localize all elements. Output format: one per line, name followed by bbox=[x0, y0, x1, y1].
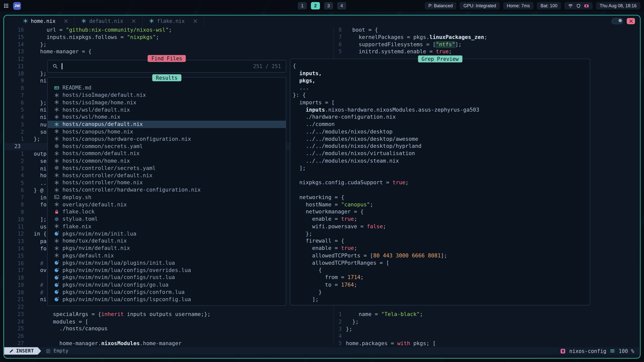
code-line: ... bbox=[290, 84, 590, 92]
wifi-icon[interactable] bbox=[568, 3, 573, 8]
code-text: }; bbox=[342, 318, 358, 325]
result-label: overlays/default.nix bbox=[62, 201, 127, 207]
code-text bbox=[24, 209, 34, 216]
result-item[interactable]: hosts/canopus/home.nix bbox=[48, 128, 286, 135]
code-text: ../common bbox=[290, 121, 335, 128]
result-label: flake.nix bbox=[62, 223, 91, 229]
code-line: ./hardware-configuration.nix bbox=[290, 113, 590, 121]
screencast-icon[interactable] bbox=[584, 3, 589, 8]
powerline-separator bbox=[38, 347, 41, 354]
result-item[interactable]: hosts/canopus/hardware-configuration.nix bbox=[48, 135, 286, 143]
result-item[interactable]: pkgs/nvim/nvim/lua/configs/conform.lua bbox=[48, 288, 286, 296]
result-item[interactable]: pkgs/nvim/nvim/init.lua bbox=[48, 230, 286, 237]
code-text: home-manager = { bbox=[24, 48, 92, 56]
line-number: 11 bbox=[5, 63, 24, 70]
nix-icon bbox=[54, 107, 60, 112]
workspace-button[interactable]: 1 bbox=[298, 2, 307, 9]
code-text: }; bbox=[342, 325, 352, 333]
code-text: nixpkgs.config.cudaSupport = true; bbox=[290, 179, 409, 186]
result-item[interactable]: hosts/wsl/home.nix bbox=[48, 113, 286, 121]
user-logo[interactable]: JW bbox=[13, 2, 21, 10]
editor-pane-right-bottom[interactable]: 1 name = "Tela-black";2 };3};45home.pack… bbox=[334, 311, 640, 347]
code-text bbox=[342, 333, 346, 340]
line-number: 6 bbox=[5, 99, 24, 107]
result-item[interactable]: hosts/common/home.nix bbox=[48, 157, 286, 164]
code-text: specialArgs = {inherit inputs outputs us… bbox=[24, 311, 211, 318]
result-item[interactable]: pkgs/nvim/default.nix bbox=[48, 245, 286, 252]
result-item[interactable]: hosts/controller/home.nix bbox=[48, 179, 286, 186]
result-item[interactable]: hosts/common/secrets.yaml bbox=[48, 143, 286, 150]
result-item[interactable]: pkgs/nvim/nvim/lua/configs/go.lua bbox=[48, 281, 286, 288]
window-toggle[interactable] bbox=[612, 18, 623, 24]
result-label: hosts/common/home.nix bbox=[62, 158, 130, 164]
code-line: ../../modules/nixos/desktop bbox=[290, 128, 590, 135]
code-text: inputs.nixpkgs.follows = "nixpkgs"; bbox=[24, 33, 159, 41]
result-item[interactable]: hosts/canopus/default.nix bbox=[48, 121, 286, 128]
result-item[interactable]: overlays/default.nix bbox=[48, 201, 286, 208]
tab-close-icon[interactable] bbox=[132, 19, 136, 23]
line-number: 19 bbox=[5, 282, 24, 289]
code-text: } @ bbox=[24, 187, 44, 194]
code-text: so bbox=[24, 128, 47, 136]
line-number: 5 bbox=[334, 340, 342, 347]
window-close-button[interactable] bbox=[627, 18, 635, 24]
code-text: from = 1714; bbox=[290, 274, 364, 281]
result-item[interactable]: hosts/controller/default.nix bbox=[48, 172, 286, 179]
code-line: allowedTCPPorts = [80 443 3000 6666 8081… bbox=[290, 252, 590, 259]
result-item[interactable]: home/tux/default.nix bbox=[48, 237, 286, 245]
workspace-button[interactable]: 4 bbox=[337, 2, 346, 9]
result-item[interactable]: hosts/controller/secrets.yaml bbox=[48, 164, 286, 172]
line-number: 3 bbox=[5, 165, 24, 172]
nix-icon bbox=[54, 202, 60, 207]
app-launcher-icon[interactable] bbox=[4, 3, 9, 8]
workspace-button[interactable]: 3 bbox=[324, 2, 333, 9]
code-line: 16 url = "github:nix-community/nixos-wsl… bbox=[5, 26, 334, 33]
line-number: 16 bbox=[5, 260, 24, 267]
result-label: home/tux/default.nix bbox=[62, 238, 127, 244]
code-text: ./hosts/canopus bbox=[24, 325, 108, 333]
lua-icon bbox=[54, 268, 60, 273]
result-item[interactable]: deploy.sh bbox=[48, 194, 286, 201]
result-label: README.md bbox=[62, 85, 91, 91]
workspace-button[interactable]: 2 bbox=[311, 2, 320, 9]
lines-icon bbox=[610, 348, 615, 353]
tab-flake.nix[interactable]: flake.nix bbox=[143, 16, 204, 26]
line-number: 8 bbox=[334, 26, 342, 33]
code-text: url = "github:nix-community/nixos-wsl"; bbox=[24, 26, 172, 33]
lua-icon bbox=[54, 282, 60, 287]
result-item[interactable]: flake.lock bbox=[48, 208, 286, 215]
code-text: in bbox=[24, 194, 47, 201]
tab-home.nix[interactable]: home.nix bbox=[16, 16, 75, 26]
code-line: 5home.packages = with pkgs; [ bbox=[334, 340, 640, 347]
code-line: to = 1764; bbox=[290, 281, 590, 288]
nix-icon bbox=[54, 93, 60, 98]
result-item[interactable]: pkgs/nvim/nvim/lua/configs/rust.lua bbox=[48, 274, 286, 281]
result-item[interactable]: hosts/isoImage/home.nix bbox=[48, 99, 286, 106]
code-text: # bbox=[24, 260, 44, 267]
result-item[interactable]: pkgs/nvim/nvim/lua/plugins/init.lua bbox=[48, 259, 286, 266]
code-line: ../../modules/nixos/steam.nix bbox=[290, 157, 590, 164]
result-item[interactable]: flake.nix bbox=[48, 223, 286, 230]
tab-close-icon[interactable] bbox=[193, 19, 197, 23]
find-files-prompt[interactable]: Find Files 251 / 251 bbox=[47, 60, 286, 73]
result-item[interactable]: README.md bbox=[48, 84, 286, 92]
editor-pane-right-top[interactable]: 8 boot = {7 kernelPackages = pkgs.linuxP… bbox=[334, 26, 640, 55]
result-item[interactable]: pkgs/nvim/nvim/lua/configs/overrides.lua bbox=[48, 266, 286, 274]
result-item[interactable]: stylua.toml bbox=[48, 215, 286, 223]
tab-default.nix[interactable]: default.nix bbox=[75, 16, 142, 26]
tab-close-icon[interactable] bbox=[64, 19, 68, 23]
yaml-icon bbox=[54, 165, 60, 170]
code-text: us bbox=[24, 223, 47, 231]
screen: JW 1234 P: BalancedGPU: IntegratedHome: … bbox=[0, 0, 644, 362]
result-item[interactable]: hosts/wsl/default.nix bbox=[48, 106, 286, 113]
result-item[interactable]: pkgs/nvim/nvim/lua/configs/lspconfig.lua bbox=[48, 296, 286, 303]
line-number: 5 bbox=[334, 48, 342, 56]
result-item[interactable]: hosts/isoImage/default.nix bbox=[48, 92, 286, 99]
project-name: nixos-config bbox=[569, 348, 606, 354]
toml-icon bbox=[54, 216, 60, 221]
shield-icon[interactable] bbox=[576, 4, 581, 8]
result-item[interactable]: hosts/controller/hardware-configuration.… bbox=[48, 186, 286, 194]
result-item[interactable]: pkgs/default.nix bbox=[48, 252, 286, 259]
code-text bbox=[24, 252, 34, 260]
result-item[interactable]: hosts/common/default.nix bbox=[48, 150, 286, 157]
